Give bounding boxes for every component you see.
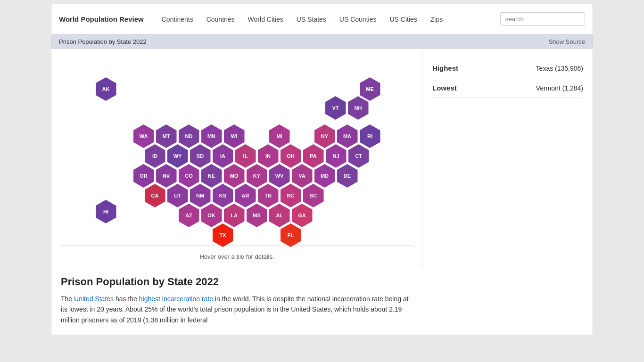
hex-ct[interactable]: CT bbox=[348, 144, 369, 168]
nav-item-us-counties[interactable]: US Counties bbox=[333, 4, 383, 34]
hex-nv[interactable]: NV bbox=[156, 164, 177, 188]
hex-ri[interactable]: RI bbox=[360, 124, 380, 148]
hex-wv[interactable]: WV bbox=[269, 164, 290, 188]
page-wrapper: World Population Review ContinentsCountr… bbox=[51, 0, 593, 339]
nav-item-us-cities[interactable]: US Cities bbox=[383, 4, 423, 34]
hex-ga[interactable]: GA bbox=[292, 204, 313, 227]
hex-ks[interactable]: KS bbox=[213, 184, 233, 207]
hex-mi[interactable]: MI bbox=[269, 124, 290, 148]
nav-item-us-states[interactable]: US States bbox=[290, 4, 333, 34]
hex-va[interactable]: VA bbox=[292, 164, 313, 188]
lowest-label: Lowest bbox=[432, 84, 457, 92]
hex-mo[interactable]: MO bbox=[224, 164, 245, 188]
hex-ut[interactable]: UT bbox=[167, 184, 188, 207]
hex-nc[interactable]: NC bbox=[281, 184, 301, 207]
article-section: Prison Population by State 2022 The Unit… bbox=[51, 276, 423, 335]
hex-ne[interactable]: NE bbox=[201, 164, 222, 188]
left-column: AKHIMEVTNHWAMTNDMNWIMINYMARIIDWYSDIAILIN… bbox=[51, 49, 423, 335]
highest-value: Texas (135,906) bbox=[536, 65, 583, 72]
hex-me[interactable]: ME bbox=[360, 77, 380, 101]
hex-ma[interactable]: MA bbox=[337, 124, 358, 148]
article-text: The United States has the highest incarc… bbox=[61, 294, 413, 325]
hex-la[interactable]: LA bbox=[224, 204, 245, 227]
nav-item-zips[interactable]: Zips bbox=[424, 4, 449, 34]
hex-co[interactable]: CO bbox=[179, 164, 199, 188]
map-footer: Hover over a tile for details. bbox=[61, 245, 413, 268]
hex-il[interactable]: IL bbox=[235, 144, 256, 168]
hex-fl[interactable]: FL bbox=[281, 223, 301, 247]
main-card: World Population Review ContinentsCountr… bbox=[51, 4, 593, 335]
hex-tx[interactable]: TX bbox=[213, 223, 233, 247]
hex-pa[interactable]: PA bbox=[303, 144, 324, 168]
hex-md[interactable]: MD bbox=[314, 164, 335, 188]
hex-de[interactable]: DE bbox=[337, 164, 358, 188]
hex-ms[interactable]: MS bbox=[247, 204, 267, 227]
hex-map-container: AKHIMEVTNHWAMTNDMNWIMINYMARIIDWYSDIAILIN… bbox=[67, 58, 407, 238]
nav-item-countries[interactable]: Countries bbox=[200, 4, 241, 34]
hex-or[interactable]: OR bbox=[133, 164, 154, 188]
hex-hi[interactable]: HI bbox=[96, 200, 116, 223]
hex-mn[interactable]: MN bbox=[201, 124, 222, 148]
map-section: AKHIMEVTNHWAMTNDMNWIMINYMARIIDWYSDIAILIN… bbox=[51, 49, 423, 268]
content-header: Prison Population by State 2022 Show Sou… bbox=[51, 34, 593, 49]
hex-nh[interactable]: NH bbox=[348, 96, 369, 120]
hex-ar[interactable]: AR bbox=[235, 184, 256, 207]
highest-label: Highest bbox=[432, 64, 458, 72]
hex-al[interactable]: AL bbox=[269, 204, 290, 227]
hex-ky[interactable]: KY bbox=[247, 164, 267, 188]
hex-mt[interactable]: MT bbox=[156, 124, 177, 148]
hex-ok[interactable]: OK bbox=[201, 204, 222, 227]
highest-stat-row: Highest Texas (135,906) bbox=[432, 58, 583, 78]
nav-item-world-cities[interactable]: World Cities bbox=[241, 4, 290, 34]
hex-nj[interactable]: NJ bbox=[326, 144, 347, 168]
incarceration-rate-link[interactable]: highest incarceration rate bbox=[139, 295, 213, 303]
hex-ak[interactable]: AK bbox=[96, 77, 116, 101]
search-input[interactable] bbox=[500, 12, 585, 26]
united-states-link[interactable]: United States bbox=[74, 295, 114, 303]
nav-items: ContinentsCountriesWorld CitiesUS States… bbox=[155, 4, 500, 34]
content-area: AKHIMEVTNHWAMTNDMNWIMINYMARIIDWYSDIAILIN… bbox=[51, 49, 593, 335]
sidebar: Highest Texas (135,906) Lowest Vermont (… bbox=[423, 49, 593, 335]
hex-sd[interactable]: SD bbox=[190, 144, 211, 168]
nav-logo[interactable]: World Population Review bbox=[59, 15, 144, 23]
lowest-stat-row: Lowest Vermont (1,284) bbox=[432, 78, 583, 98]
hex-in[interactable]: IN bbox=[258, 144, 279, 168]
lowest-value: Vermont (1,284) bbox=[536, 84, 583, 92]
article-title: Prison Population by State 2022 bbox=[61, 276, 413, 288]
hex-nm[interactable]: NM bbox=[190, 184, 211, 207]
show-source-link[interactable]: Show Source bbox=[549, 38, 585, 45]
hex-az[interactable]: AZ bbox=[179, 204, 199, 227]
nav-bar: World Population Review ContinentsCountr… bbox=[51, 4, 593, 34]
nav-item-continents[interactable]: Continents bbox=[155, 4, 200, 34]
hex-oh[interactable]: OH bbox=[281, 144, 301, 168]
content-header-title: Prison Population by State 2022 bbox=[59, 38, 147, 45]
hex-vt[interactable]: VT bbox=[325, 96, 346, 120]
hex-tn[interactable]: TN bbox=[258, 184, 279, 207]
hex-wy[interactable]: WY bbox=[167, 144, 188, 168]
hex-wi[interactable]: WI bbox=[224, 124, 245, 148]
hex-sc[interactable]: SC bbox=[303, 184, 324, 207]
hex-ia[interactable]: IA bbox=[213, 144, 233, 168]
hex-ca[interactable]: CA bbox=[145, 184, 165, 207]
section-divider bbox=[51, 268, 423, 268]
hex-ny[interactable]: NY bbox=[314, 124, 335, 148]
hex-nd[interactable]: ND bbox=[179, 124, 199, 148]
hex-grid: AKHIMEVTNHWAMTNDMNWIMINYMARIIDWYSDIAILIN… bbox=[67, 58, 407, 238]
hex-id[interactable]: ID bbox=[145, 144, 165, 168]
hex-wa[interactable]: WA bbox=[133, 124, 154, 148]
